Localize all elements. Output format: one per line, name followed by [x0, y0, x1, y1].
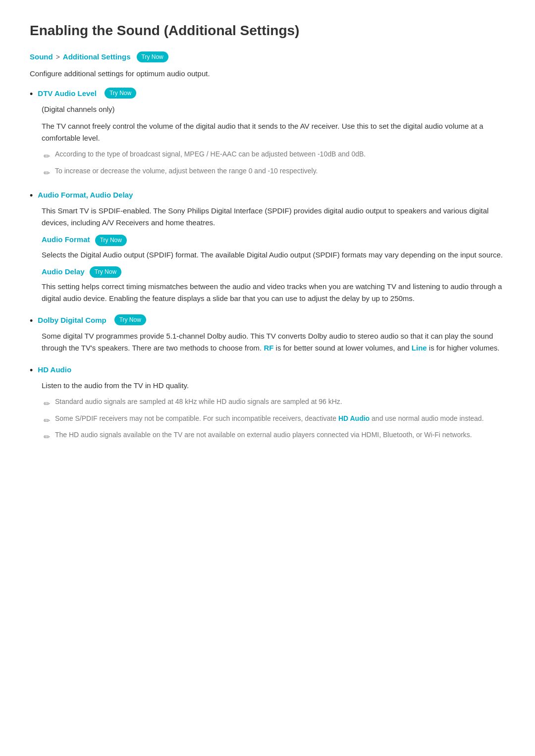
- audio-format-try-now[interactable]: Try Now: [95, 235, 127, 246]
- note-text-2: To increase or decrease the volume, adju…: [55, 166, 318, 176]
- dolby-digital-comp-desc: Some digital TV programmes provide 5.1-c…: [42, 330, 505, 354]
- dtv-audio-level-try-now[interactable]: Try Now: [105, 88, 136, 99]
- audio-format-delay-body: This Smart TV is SPDIF-enabled. The Sony…: [30, 205, 505, 304]
- rf-link: RF: [264, 344, 273, 352]
- breadcrumb-try-now-badge[interactable]: Try Now: [137, 51, 168, 62]
- breadcrumb-sound[interactable]: Sound: [30, 51, 53, 63]
- note-pencil-icon: ✏: [44, 431, 50, 444]
- bullet-dot: •: [30, 315, 33, 327]
- dolby-digital-comp-title: Dolby Digital Comp: [38, 314, 106, 326]
- page-title: Enabling the Sound (Additional Settings): [30, 20, 505, 42]
- line-link: Line: [412, 344, 427, 352]
- hd-audio-desc: Listen to the audio from the TV in HD qu…: [42, 380, 505, 392]
- audio-format-delay-title: Audio Format, Audio Delay: [38, 189, 133, 201]
- dtv-audio-level-notes: ✏ According to the type of broadcast sig…: [42, 149, 505, 179]
- note-item: ✏ Some S/PDIF receivers may not be compa…: [42, 413, 505, 427]
- note-item: ✏ To increase or decrease the volume, ad…: [42, 166, 505, 180]
- note-pencil-icon: ✏: [44, 167, 50, 180]
- section-audio-format-delay: • Audio Format, Audio Delay This Smart T…: [30, 189, 505, 304]
- note-item: ✏ According to the type of broadcast sig…: [42, 149, 505, 163]
- audio-delay-try-now[interactable]: Try Now: [90, 266, 121, 277]
- audio-format-desc: Selects the Digital Audio output (SPDIF)…: [42, 249, 505, 261]
- dtv-audio-level-desc: The TV cannot freely control the volume …: [42, 120, 505, 144]
- section-dtv-audio-level: • DTV Audio Level Try Now (Digital chann…: [30, 88, 505, 179]
- dtv-audio-level-title: DTV Audio Level: [38, 88, 97, 100]
- dtv-audio-level-body: (Digital channels only) The TV cannot fr…: [30, 103, 505, 179]
- bullet-dot: •: [30, 364, 33, 377]
- bullet-dot: •: [30, 88, 33, 101]
- dtv-audio-level-subtitle: (Digital channels only): [42, 103, 505, 115]
- intro-text: Configure additional settings for optimu…: [30, 68, 505, 80]
- note-text-1: According to the type of broadcast signa…: [55, 149, 366, 159]
- hd-audio-link: HD Audio: [338, 414, 370, 422]
- note-pencil-icon: ✏: [44, 398, 50, 410]
- hd-audio-note-3: The HD audio signals available on the TV…: [55, 430, 472, 440]
- dolby-digital-comp-try-now[interactable]: Try Now: [114, 314, 146, 325]
- breadcrumb-additional-settings[interactable]: Additional Settings: [63, 51, 131, 63]
- sections-list: • DTV Audio Level Try Now (Digital chann…: [30, 88, 505, 444]
- dolby-digital-comp-body: Some digital TV programmes provide 5.1-c…: [30, 330, 505, 354]
- audio-delay-desc: This setting helps correct timing mismat…: [42, 281, 505, 304]
- audio-format-delay-desc: This Smart TV is SPDIF-enabled. The Sony…: [42, 205, 505, 229]
- audio-format-subtitle: Audio Format Try Now: [42, 234, 505, 246]
- audio-delay-subtitle: Audio Delay Try Now: [42, 266, 505, 278]
- bullet-dot: •: [30, 190, 33, 202]
- hd-audio-note-2: Some S/PDIF receivers may not be compati…: [55, 413, 484, 424]
- section-hd-audio: • HD Audio Listen to the audio from the …: [30, 364, 505, 444]
- breadcrumb: Sound > Additional Settings Try Now: [30, 51, 505, 63]
- section-dolby-digital-comp: • Dolby Digital Comp Try Now Some digita…: [30, 314, 505, 354]
- hd-audio-body: Listen to the audio from the TV in HD qu…: [30, 380, 505, 444]
- hd-audio-notes: ✏ Standard audio signals are sampled at …: [42, 397, 505, 444]
- breadcrumb-separator: >: [56, 51, 60, 62]
- note-item: ✏ Standard audio signals are sampled at …: [42, 397, 505, 410]
- note-pencil-icon: ✏: [44, 150, 50, 163]
- note-item: ✏ The HD audio signals available on the …: [42, 430, 505, 444]
- note-pencil-icon: ✏: [44, 414, 50, 427]
- hd-audio-note-1: Standard audio signals are sampled at 48…: [55, 397, 342, 407]
- hd-audio-title: HD Audio: [38, 364, 71, 376]
